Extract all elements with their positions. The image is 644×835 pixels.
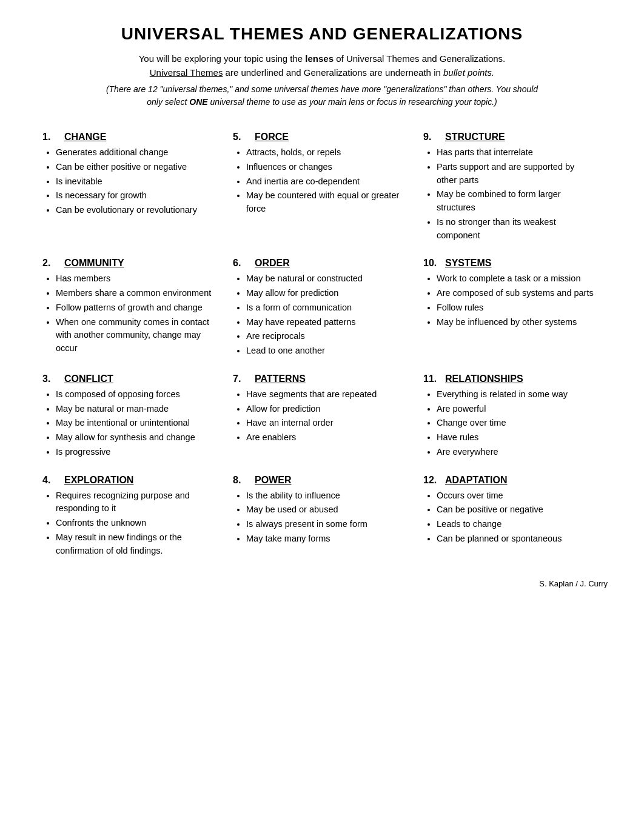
list-item: Leads to change	[437, 518, 597, 531]
theme-number-11: 12.	[423, 475, 440, 486]
list-item: Is a form of communication	[246, 301, 406, 315]
list-item: May allow for synthesis and change	[56, 431, 216, 444]
list-item: May take many forms	[246, 532, 406, 546]
theme-block-8: 8.POWERIs the ability to influenceMay be…	[227, 469, 417, 568]
list-item: Are enablers	[246, 431, 406, 444]
intro-text-2: Universal Themes are underlined and Gene…	[150, 67, 494, 78]
theme-name-0: CHANGE	[64, 132, 106, 143]
list-item: May be used or abused	[246, 503, 406, 517]
list-item: May have repeated patterns	[246, 316, 406, 329]
list-item: Work to complete a task or a mission	[437, 272, 597, 286]
theme-name-3: COMMUNITY	[64, 258, 124, 269]
intro-text-1: You will be exploring your topic using t…	[139, 53, 506, 64]
list-item: Follow rules	[437, 301, 597, 315]
list-item: Are powerful	[437, 403, 597, 416]
theme-block-6: 6.ORDERMay be natural or constructedMay …	[227, 252, 417, 367]
list-item: Everything is related in some way	[437, 388, 597, 401]
list-item: Change over time	[437, 417, 597, 430]
theme-name-11: ADAPTATION	[445, 475, 508, 486]
theme-name-2: STRUCTURE	[445, 132, 505, 143]
theme-list-3: Has membersMembers share a common enviro…	[42, 272, 216, 355]
theme-name-5: SYSTEMS	[445, 258, 491, 269]
theme-name-6: CONFLICT	[64, 374, 113, 384]
theme-name-4: ORDER	[255, 258, 290, 269]
list-item: Allow for prediction	[246, 403, 406, 416]
list-item: Members share a common environment	[56, 287, 216, 300]
list-item: Confronts the unknown	[56, 517, 216, 530]
list-item: May be natural or man-made	[56, 403, 216, 416]
theme-list-1: Attracts, holds, or repelsInfluences or …	[233, 146, 406, 216]
theme-block-3: 3.CONFLICTIs composed of opposing forces…	[36, 367, 227, 469]
list-item: Lead to one another	[246, 344, 406, 358]
list-item: Requires recognizing purpose and respond…	[56, 489, 216, 516]
theme-block-1: 1.CHANGEGenerates additional changeCan b…	[36, 126, 227, 252]
theme-block-10: 10.SYSTEMSWork to complete a task or a m…	[417, 252, 608, 367]
list-item: Follow patterns of growth and change	[56, 301, 216, 315]
list-item: May be intentional or unintentional	[56, 417, 216, 430]
list-item: Are composed of sub systems and parts	[437, 287, 597, 300]
list-item: May be combined to form larger structure…	[437, 188, 597, 215]
theme-block-7: 7.PATTERNSHave segments that are repeate…	[227, 367, 417, 469]
list-item: Can be either positive or negative	[56, 161, 216, 174]
list-item: Are everywhere	[437, 446, 597, 459]
theme-list-11: Occurs over timeCan be positive or negat…	[423, 489, 597, 546]
list-item: Generates additional change	[56, 146, 216, 159]
list-item: Is composed of opposing forces	[56, 388, 216, 401]
theme-name-9: EXPLORATION	[64, 475, 133, 486]
theme-name-1: FORCE	[255, 132, 289, 143]
theme-block-12: 12.ADAPTATIONOccurs over timeCan be posi…	[417, 469, 608, 568]
theme-block-2: 2.COMMUNITYHas membersMembers share a co…	[36, 252, 227, 367]
theme-list-8: Everything is related in some wayAre pow…	[423, 388, 597, 459]
theme-list-10: Is the ability to influenceMay be used o…	[233, 489, 406, 546]
list-item: May be influenced by other systems	[437, 316, 597, 329]
theme-number-4: 6.	[233, 258, 250, 269]
list-item: Is the ability to influence	[246, 489, 406, 503]
list-item: Is no stronger than its weakest componen…	[437, 216, 597, 243]
intro-block: You will be exploring your topic using t…	[36, 52, 608, 79]
theme-number-7: 7.	[233, 374, 250, 384]
theme-name-8: RELATIONSHIPS	[445, 374, 523, 384]
list-item: Can be positive or negative	[437, 503, 597, 517]
theme-list-0: Generates additional changeCan be either…	[42, 146, 216, 217]
theme-number-2: 9.	[423, 132, 440, 143]
theme-block-11: 11.RELATIONSHIPSEverything is related in…	[417, 367, 608, 469]
list-item: May allow for prediction	[246, 287, 406, 300]
list-item: Are reciprocals	[246, 330, 406, 343]
note-block: (There are 12 "universal themes," and so…	[36, 83, 608, 109]
list-item: Has members	[56, 272, 216, 286]
page-title: UNIVERSAL THEMES AND GENERALIZATIONS	[36, 24, 608, 44]
theme-number-6: 3.	[42, 374, 59, 384]
list-item: Is progressive	[56, 446, 216, 459]
list-item: Have an internal order	[246, 417, 406, 430]
list-item: Occurs over time	[437, 489, 597, 503]
list-item: Influences or changes	[246, 161, 406, 174]
list-item: Can be planned or spontaneous	[437, 532, 597, 546]
theme-number-5: 10.	[423, 258, 440, 269]
theme-number-0: 1.	[42, 132, 59, 143]
list-item: Is inevitable	[56, 175, 216, 189]
list-item: Is always present in some form	[246, 518, 406, 531]
list-item: Have rules	[437, 431, 597, 444]
theme-number-8: 11.	[423, 374, 440, 384]
theme-block-5: 5.FORCEAttracts, holds, or repelsInfluen…	[227, 126, 417, 252]
themes-grid: 1.CHANGEGenerates additional changeCan b…	[36, 126, 608, 567]
theme-list-5: Work to complete a task or a missionAre …	[423, 272, 597, 329]
list-item: May be countered with equal or greater f…	[246, 189, 406, 216]
theme-number-9: 4.	[42, 475, 59, 486]
theme-name-7: PATTERNS	[255, 374, 306, 384]
list-item: Attracts, holds, or repels	[246, 146, 406, 159]
list-item: May be natural or constructed	[246, 272, 406, 286]
theme-number-10: 8.	[233, 475, 250, 486]
list-item: And inertia are co-dependent	[246, 175, 406, 189]
theme-list-2: Has parts that interrelateParts support …	[423, 146, 597, 242]
theme-list-7: Have segments that are repeatedAllow for…	[233, 388, 406, 444]
theme-number-1: 5.	[233, 132, 250, 143]
theme-list-6: Is composed of opposing forcesMay be nat…	[42, 388, 216, 459]
note-text: (There are 12 "universal themes," and so…	[106, 84, 538, 107]
list-item: Is necessary for growth	[56, 189, 216, 203]
list-item: When one community comes in contact with…	[56, 316, 216, 355]
theme-number-3: 2.	[42, 258, 59, 269]
list-item: Has parts that interrelate	[437, 146, 597, 159]
theme-block-4: 4.EXPLORATIONRequires recognizing purpos…	[36, 469, 227, 568]
theme-block-9: 9.STRUCTUREHas parts that interrelatePar…	[417, 126, 608, 252]
